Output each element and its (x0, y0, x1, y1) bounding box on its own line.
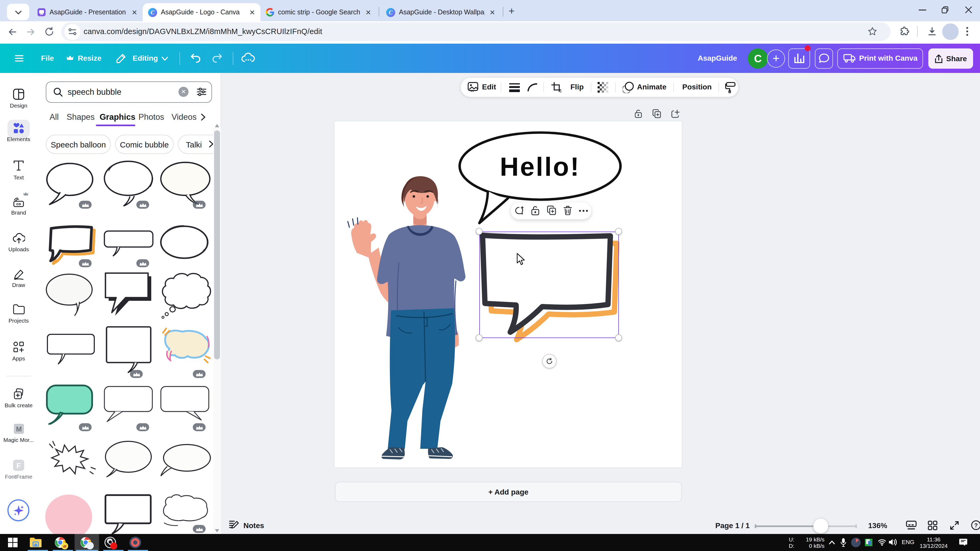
svg-text:F: F (16, 462, 21, 470)
svg-text:C: C (151, 9, 155, 16)
svg-text:co: co (16, 202, 21, 206)
svg-text:M: M (16, 425, 22, 433)
svg-text:C: C (389, 9, 393, 16)
svg-text:?: ? (974, 522, 978, 529)
svg-text:Hello!: Hello! (500, 152, 580, 181)
